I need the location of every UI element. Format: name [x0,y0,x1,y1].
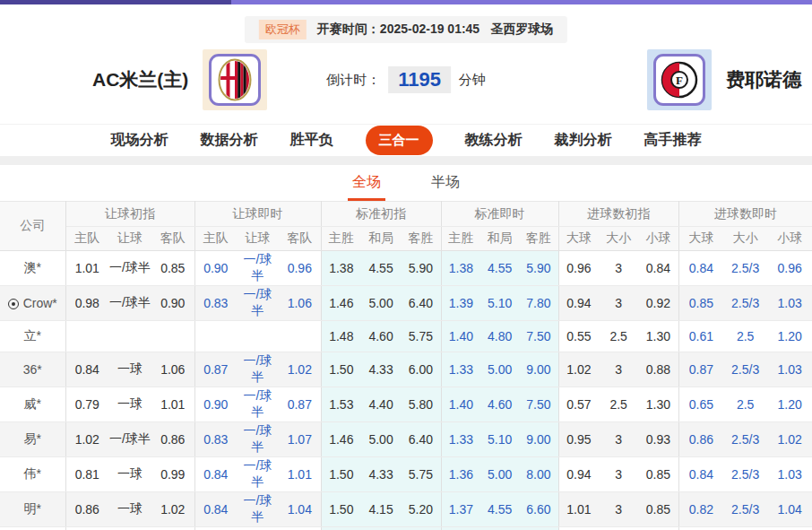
company-cell: Crow* [0,286,65,321]
countdown: 倒计时： 1195 分钟 [326,66,486,93]
odds-cell: 4.80 [480,321,519,352]
tab-live-analysis[interactable]: 现场分析 [111,131,168,150]
odds-cell: 1.38 [321,251,361,286]
table-row: Interwet*1.00球半0.751.05球半0.731.354.908.7… [0,527,812,530]
odds-cell: 1.05 [194,527,237,530]
subcolumn-header: 主队 [194,227,237,251]
odds-cell: 0.84 [678,457,723,492]
odds-cell: 1.00 [65,527,108,530]
odds-table: 公司 让球初指 让球即时 标准初指 标准即时 进球数初指 进球数即时 主队让球客… [0,201,812,530]
table-row: 明*0.86一球1.020.84一/球半1.041.504.155.201.37… [0,492,812,527]
odds-cell: 2.5/3 [723,251,767,286]
kickoff-time: 开赛时间：2025-02-19 01:45 [317,22,479,38]
tab-coach-analysis[interactable]: 教练分析 [465,131,523,150]
odds-cell: 0.65 [678,387,723,422]
table-row: 澳*1.01一/球半0.850.90一/球半0.961.384.555.901.… [0,251,812,286]
odds-cell: 1.07 [279,422,321,457]
subcolumn-header: 客胜 [401,227,441,251]
tab-expert-picks[interactable]: 高手推荐 [644,131,702,150]
odds-cell: 7.80 [519,286,558,321]
away-team: F 费耶诺德 [647,49,801,110]
match-info-bar: 欧冠杯 开赛时间：2025-02-19 01:45 圣西罗球场 [245,16,567,43]
table-row: 伟*0.81一球0.990.84一/球半1.011.504.335.751.36… [0,457,812,492]
odds-cell: 2.5/3 [723,286,767,321]
tab-half-match[interactable]: 半场 [427,166,464,201]
odds-cell: 4.60 [480,387,519,422]
period-tabs: 全场 半场 [0,165,812,201]
odds-cell: 7.50 [519,387,558,422]
odds-cell: 1.46 [321,286,361,321]
odds-cell: 1.30 [638,321,678,352]
away-team-name: 费耶诺德 [726,67,801,92]
odds-cell: 1.48 [321,321,361,352]
odds-cell: 球半 [108,527,151,530]
odds-cell: 4.40 [361,387,401,422]
odds-cell: 1.40 [441,527,480,530]
odds-cell: 2.5/3 [723,492,767,527]
odds-cell: 0.92 [638,286,678,321]
odds-cell: 0.83 [194,286,237,321]
odds-cell: 一/球半 [237,387,279,422]
odds-cell: 1.02 [151,492,194,527]
odds-cell: 0.96 [767,251,812,286]
subcolumn-header: 大小 [723,227,767,251]
odds-cell: 1.38 [441,251,480,286]
odds-cell: 4.60 [361,321,401,352]
countdown-label: 倒计时： [326,72,380,89]
odds-cell: 0.85 [638,457,678,492]
odds-cell: 一/球半 [237,492,279,527]
odds-cell: 5.75 [401,321,441,352]
odds-cell: 0.61 [678,321,723,352]
odds-cell: 0.73 [279,527,321,530]
divider-band [0,156,812,165]
odds-cell [194,321,237,352]
tab-win-draw-lose[interactable]: 胜平负 [290,131,333,150]
odds-cell [237,321,279,352]
tab-data-analysis[interactable]: 数据分析 [201,131,258,150]
subcolumn-header: 大小 [599,227,638,251]
subcolumn-header: 客胜 [519,227,558,251]
odds-cell: 1.30 [638,527,678,530]
odds-cell: 0.83 [194,422,237,457]
odds-cell: 3 [599,457,638,492]
company-cell: 伟* [0,457,65,492]
odds-cell: 2.5 [599,321,638,352]
odds-cell: 3 [599,422,638,457]
odds-cell: 0.57 [558,527,599,530]
ac-milan-crest-icon [209,54,261,106]
odds-cell: 1.02 [279,352,321,387]
odds-cell: 5.00 [480,352,519,387]
odds-cell: 6.40 [401,286,441,321]
match-header: 欧冠杯 开赛时间：2025-02-19 01:45 圣西罗球场 AC米兰(主) [0,4,812,124]
odds-cell: 4.33 [361,457,401,492]
countdown-unit: 分钟 [459,72,486,89]
odds-cell: 0.84 [194,492,237,527]
tab-three-in-one[interactable]: 三合一 [366,126,433,155]
odds-cell: 0.96 [558,251,599,286]
tab-full-match[interactable]: 全场 [348,166,385,201]
subcolumn-header: 和局 [361,227,401,251]
odds-cell: 5.00 [361,286,401,321]
odds-cell: 4.90 [361,527,401,530]
odds-cell: 0.86 [65,492,108,527]
odds-cell: 1.40 [441,321,480,352]
odds-cell: 4.33 [361,352,401,387]
company-cell: 36* [0,352,65,387]
odds-cell: 0.87 [194,352,237,387]
odds-cell: 5.00 [361,422,401,457]
odds-cell: 一/球半 [108,286,151,321]
group-header-goals-live: 进球数即时 [678,202,812,227]
tab-referee-analysis[interactable]: 裁判分析 [555,131,612,150]
home-team-name: AC米兰(主) [92,67,188,92]
odds-cell: 6.40 [401,422,441,457]
odds-cell: 一球 [108,492,151,527]
odds-cell: 4.55 [480,492,519,527]
table-row: 立*1.484.605.751.404.807.500.552.51.300.6… [0,321,812,352]
away-team-logo-frame: F [647,49,712,110]
odds-cell: 5.75 [401,457,441,492]
odds-cell: 1.33 [441,422,480,457]
odds-cell: 0.90 [151,286,194,321]
odds-cell: 5.90 [519,251,558,286]
odds-cell: 0.84 [678,251,723,286]
table-row: 威*0.79一球1.010.90一/球半0.871.534.405.801.40… [0,387,812,422]
